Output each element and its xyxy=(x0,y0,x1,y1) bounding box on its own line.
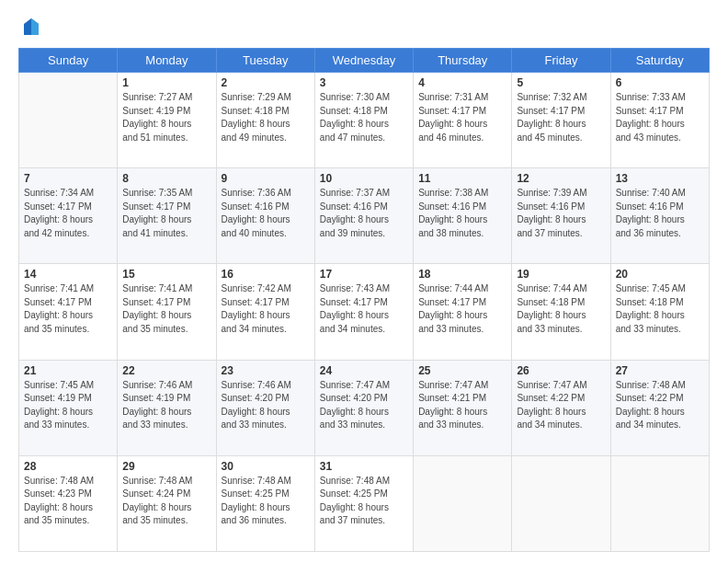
calendar-cell: 29Sunrise: 7:48 AMSunset: 4:24 PMDayligh… xyxy=(118,455,216,551)
day-header-friday: Friday xyxy=(512,49,610,73)
day-info: Sunrise: 7:42 AMSunset: 4:17 PMDaylight:… xyxy=(222,282,310,336)
day-header-sunday: Sunday xyxy=(19,49,118,73)
calendar-cell: 18Sunrise: 7:44 AMSunset: 4:17 PMDayligh… xyxy=(414,264,512,360)
day-number: 8 xyxy=(122,172,210,185)
calendar-cell: 30Sunrise: 7:48 AMSunset: 4:25 PMDayligh… xyxy=(216,455,314,551)
calendar-cell: 13Sunrise: 7:40 AMSunset: 4:16 PMDayligh… xyxy=(610,168,709,264)
day-info: Sunrise: 7:41 AMSunset: 4:17 PMDaylight:… xyxy=(24,282,112,336)
calendar-cell: 24Sunrise: 7:47 AMSunset: 4:20 PMDayligh… xyxy=(314,360,413,455)
day-number: 4 xyxy=(418,76,506,89)
calendar-header-row: SundayMondayTuesdayWednesdayThursdayFrid… xyxy=(19,49,710,73)
calendar-cell: 9Sunrise: 7:36 AMSunset: 4:16 PMDaylight… xyxy=(216,168,314,264)
day-number: 3 xyxy=(320,76,408,89)
day-number: 29 xyxy=(122,460,210,473)
day-info: Sunrise: 7:34 AMSunset: 4:17 PMDaylight:… xyxy=(24,187,112,240)
day-number: 23 xyxy=(222,364,310,377)
calendar-cell: 8Sunrise: 7:35 AMSunset: 4:17 PMDaylight… xyxy=(118,168,216,264)
calendar-week-row: 14Sunrise: 7:41 AMSunset: 4:17 PMDayligh… xyxy=(19,264,710,360)
calendar-cell: 19Sunrise: 7:44 AMSunset: 4:18 PMDayligh… xyxy=(512,264,610,360)
day-info: Sunrise: 7:48 AMSunset: 4:24 PMDaylight:… xyxy=(122,475,210,528)
day-info: Sunrise: 7:30 AMSunset: 4:18 PMDaylight:… xyxy=(320,91,408,144)
calendar: SundayMondayTuesdayWednesdayThursdayFrid… xyxy=(18,48,710,552)
day-info: Sunrise: 7:38 AMSunset: 4:16 PMDaylight:… xyxy=(418,187,506,240)
day-info: Sunrise: 7:32 AMSunset: 4:17 PMDaylight:… xyxy=(517,91,605,144)
logo-icon xyxy=(20,17,42,39)
calendar-cell: 17Sunrise: 7:43 AMSunset: 4:17 PMDayligh… xyxy=(314,264,413,360)
day-info: Sunrise: 7:35 AMSunset: 4:17 PMDaylight:… xyxy=(122,187,210,240)
calendar-cell xyxy=(610,455,709,551)
day-number: 22 xyxy=(122,364,210,377)
day-number: 12 xyxy=(517,172,605,185)
header xyxy=(18,17,710,39)
calendar-cell: 31Sunrise: 7:48 AMSunset: 4:25 PMDayligh… xyxy=(314,455,413,551)
day-number: 30 xyxy=(222,460,310,473)
day-info: Sunrise: 7:44 AMSunset: 4:18 PMDaylight:… xyxy=(517,282,605,336)
calendar-week-row: 1Sunrise: 7:27 AMSunset: 4:19 PMDaylight… xyxy=(19,73,710,168)
day-header-monday: Monday xyxy=(118,49,216,73)
calendar-cell: 16Sunrise: 7:42 AMSunset: 4:17 PMDayligh… xyxy=(216,264,314,360)
calendar-cell: 26Sunrise: 7:47 AMSunset: 4:22 PMDayligh… xyxy=(512,360,610,455)
day-info: Sunrise: 7:47 AMSunset: 4:21 PMDaylight:… xyxy=(418,379,506,432)
calendar-cell: 4Sunrise: 7:31 AMSunset: 4:17 PMDaylight… xyxy=(414,73,512,168)
day-number: 11 xyxy=(418,172,506,185)
day-info: Sunrise: 7:39 AMSunset: 4:16 PMDaylight:… xyxy=(517,187,605,240)
day-number: 25 xyxy=(418,364,506,377)
day-number: 1 xyxy=(122,76,210,89)
day-number: 7 xyxy=(24,172,112,185)
calendar-cell: 6Sunrise: 7:33 AMSunset: 4:17 PMDaylight… xyxy=(610,73,709,168)
day-number: 6 xyxy=(616,76,704,89)
page: SundayMondayTuesdayWednesdayThursdayFrid… xyxy=(0,0,728,563)
day-number: 20 xyxy=(616,268,704,281)
day-info: Sunrise: 7:48 AMSunset: 4:25 PMDaylight:… xyxy=(222,475,310,528)
day-info: Sunrise: 7:44 AMSunset: 4:17 PMDaylight:… xyxy=(418,282,506,336)
calendar-cell: 22Sunrise: 7:46 AMSunset: 4:19 PMDayligh… xyxy=(118,360,216,455)
day-number: 2 xyxy=(222,76,310,89)
day-number: 24 xyxy=(320,364,408,377)
day-info: Sunrise: 7:47 AMSunset: 4:20 PMDaylight:… xyxy=(320,379,408,432)
day-info: Sunrise: 7:33 AMSunset: 4:17 PMDaylight:… xyxy=(616,91,704,144)
day-number: 15 xyxy=(122,268,210,281)
calendar-week-row: 21Sunrise: 7:45 AMSunset: 4:19 PMDayligh… xyxy=(19,360,710,455)
calendar-cell: 27Sunrise: 7:48 AMSunset: 4:22 PMDayligh… xyxy=(610,360,709,455)
day-info: Sunrise: 7:31 AMSunset: 4:17 PMDaylight:… xyxy=(418,91,506,144)
day-header-tuesday: Tuesday xyxy=(216,49,314,73)
day-info: Sunrise: 7:43 AMSunset: 4:17 PMDaylight:… xyxy=(320,282,408,336)
day-number: 18 xyxy=(418,268,506,281)
day-number: 17 xyxy=(320,268,408,281)
calendar-cell xyxy=(414,455,512,551)
calendar-cell: 11Sunrise: 7:38 AMSunset: 4:16 PMDayligh… xyxy=(414,168,512,264)
calendar-cell: 7Sunrise: 7:34 AMSunset: 4:17 PMDaylight… xyxy=(19,168,118,264)
day-header-thursday: Thursday xyxy=(414,49,512,73)
day-info: Sunrise: 7:36 AMSunset: 4:16 PMDaylight:… xyxy=(222,187,310,240)
calendar-cell: 15Sunrise: 7:41 AMSunset: 4:17 PMDayligh… xyxy=(118,264,216,360)
day-info: Sunrise: 7:27 AMSunset: 4:19 PMDaylight:… xyxy=(122,91,210,144)
calendar-cell: 14Sunrise: 7:41 AMSunset: 4:17 PMDayligh… xyxy=(19,264,118,360)
day-info: Sunrise: 7:48 AMSunset: 4:23 PMDaylight:… xyxy=(24,475,112,528)
day-info: Sunrise: 7:48 AMSunset: 4:25 PMDaylight:… xyxy=(320,475,408,528)
calendar-cell: 3Sunrise: 7:30 AMSunset: 4:18 PMDaylight… xyxy=(314,73,413,168)
day-number: 26 xyxy=(517,364,605,377)
day-number: 10 xyxy=(320,172,408,185)
day-info: Sunrise: 7:46 AMSunset: 4:19 PMDaylight:… xyxy=(122,379,210,432)
calendar-week-row: 28Sunrise: 7:48 AMSunset: 4:23 PMDayligh… xyxy=(19,455,710,551)
calendar-cell: 12Sunrise: 7:39 AMSunset: 4:16 PMDayligh… xyxy=(512,168,610,264)
day-number: 13 xyxy=(616,172,704,185)
logo xyxy=(18,17,42,39)
day-number: 21 xyxy=(24,364,112,377)
calendar-cell: 1Sunrise: 7:27 AMSunset: 4:19 PMDaylight… xyxy=(118,73,216,168)
calendar-week-row: 7Sunrise: 7:34 AMSunset: 4:17 PMDaylight… xyxy=(19,168,710,264)
day-info: Sunrise: 7:46 AMSunset: 4:20 PMDaylight:… xyxy=(222,379,310,432)
day-header-wednesday: Wednesday xyxy=(314,49,413,73)
day-info: Sunrise: 7:45 AMSunset: 4:19 PMDaylight:… xyxy=(24,379,112,432)
day-info: Sunrise: 7:48 AMSunset: 4:22 PMDaylight:… xyxy=(616,379,704,432)
calendar-cell: 21Sunrise: 7:45 AMSunset: 4:19 PMDayligh… xyxy=(19,360,118,455)
calendar-cell: 28Sunrise: 7:48 AMSunset: 4:23 PMDayligh… xyxy=(19,455,118,551)
day-info: Sunrise: 7:41 AMSunset: 4:17 PMDaylight:… xyxy=(122,282,210,336)
day-info: Sunrise: 7:29 AMSunset: 4:18 PMDaylight:… xyxy=(222,91,310,144)
svg-marker-1 xyxy=(31,18,39,35)
calendar-cell: 23Sunrise: 7:46 AMSunset: 4:20 PMDayligh… xyxy=(216,360,314,455)
day-number: 31 xyxy=(320,460,408,473)
day-number: 5 xyxy=(517,76,605,89)
calendar-cell: 25Sunrise: 7:47 AMSunset: 4:21 PMDayligh… xyxy=(414,360,512,455)
calendar-cell: 10Sunrise: 7:37 AMSunset: 4:16 PMDayligh… xyxy=(314,168,413,264)
